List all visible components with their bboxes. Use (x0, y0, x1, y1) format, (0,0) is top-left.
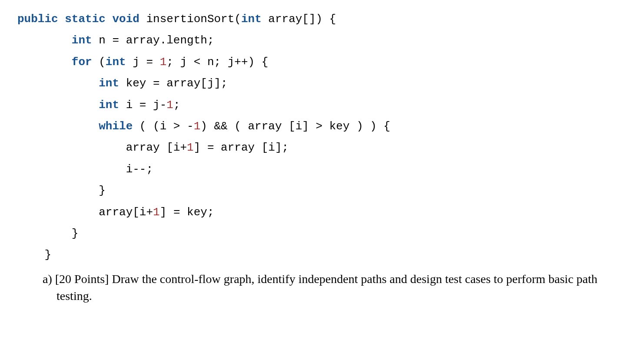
code-text: ] = array [i]; (194, 141, 289, 154)
code-text: ( (i > - (133, 120, 193, 133)
code-text: array[]) { (262, 13, 336, 26)
code-text: } (72, 227, 79, 240)
code-text: n = array.length; (92, 34, 214, 47)
keyword-int: int (99, 77, 119, 90)
code-block: public static void insertionSort(int arr… (17, 9, 627, 266)
code-text: } (44, 248, 51, 261)
code-text: ( (92, 56, 106, 69)
keyword-void: void (112, 13, 139, 26)
keyword-int: int (99, 99, 119, 112)
question-text: a) [20 Points] Draw the control-flow gra… (17, 270, 627, 304)
keyword-int: int (241, 13, 262, 26)
question-points: [20 Points] (55, 272, 109, 286)
code-text: array [i+ (126, 141, 187, 154)
code-text: } (99, 184, 106, 197)
keyword-for: for (72, 56, 92, 69)
number-literal: 1 (194, 120, 201, 133)
code-text: key = array[j]; (119, 77, 228, 90)
code-text: i--; (126, 163, 153, 176)
number-literal: 1 (153, 206, 160, 219)
code-text: ; (173, 99, 180, 112)
code-text: ) && ( array [i] > key ) ) { (200, 120, 390, 133)
keyword-while: while (99, 120, 133, 133)
question-body: Draw the control-flow graph, identify in… (56, 272, 598, 303)
number-literal: 1 (166, 99, 173, 112)
keyword-static: static (65, 13, 106, 26)
number-literal: 1 (187, 141, 194, 154)
keyword-public: public (17, 13, 58, 26)
keyword-int: int (106, 56, 126, 69)
keyword-int: int (72, 34, 92, 47)
question-label: a) (43, 272, 52, 286)
code-text: ] = key; (160, 206, 214, 219)
code-text: ; j < n; j++) { (166, 56, 268, 69)
number-literal: 1 (160, 56, 167, 69)
code-text: i = j- (119, 99, 166, 112)
code-text: array[i+ (99, 206, 153, 219)
code-text: j = (126, 56, 160, 69)
code-text: insertionSort( (139, 13, 241, 26)
